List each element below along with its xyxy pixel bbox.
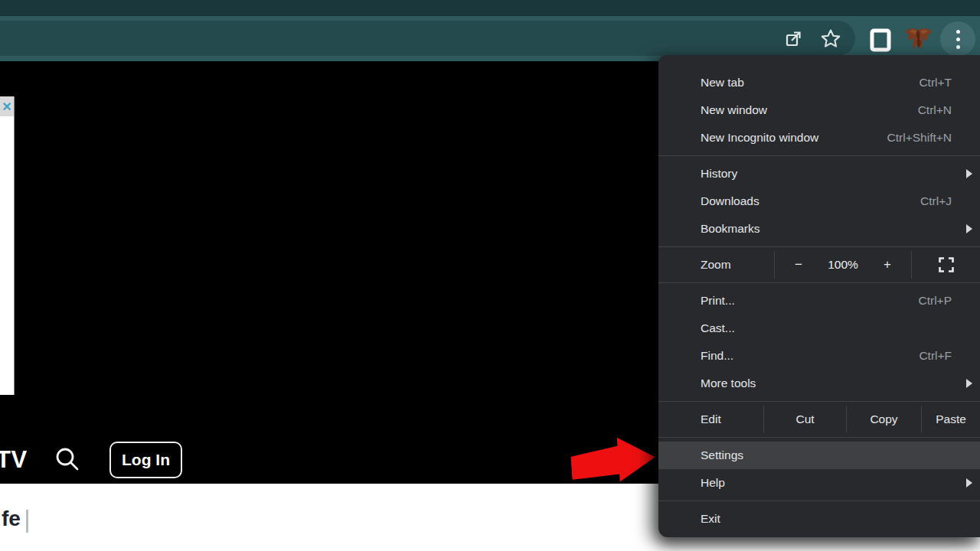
zoom-controls: − 100% + bbox=[774, 251, 912, 279]
browser-window: ✕ TV Log In fe New tab Ctrl+T New window… bbox=[0, 0, 980, 551]
menu-item-label: Print... bbox=[701, 294, 735, 308]
menu-item-new-incognito-window[interactable]: New Incognito window Ctrl+Shift+N bbox=[658, 124, 980, 152]
menu-item-shortcut: Ctrl+P bbox=[919, 294, 952, 308]
popup-panel: ✕ bbox=[0, 96, 15, 395]
menu-item-shortcut: Ctrl+T bbox=[919, 76, 952, 90]
menu-item-help[interactable]: Help bbox=[658, 469, 980, 497]
menu-item-label: Help bbox=[701, 476, 725, 490]
address-bar[interactable] bbox=[0, 21, 855, 56]
menu-separator bbox=[658, 282, 980, 283]
footer-text-fragment: fe bbox=[2, 507, 21, 531]
menu-dot bbox=[956, 45, 960, 49]
copy-button-label: Copy bbox=[870, 412, 897, 426]
menu-item-label: New tab bbox=[701, 76, 744, 90]
menu-item-bookmarks[interactable]: Bookmarks bbox=[658, 215, 980, 243]
paste-button-label: Paste bbox=[936, 412, 966, 426]
login-button[interactable]: Log In bbox=[109, 442, 182, 478]
menu-item-shortcut: Ctrl+F bbox=[919, 349, 952, 363]
login-button-label: Log In bbox=[122, 451, 170, 469]
menu-zoom-row: Zoom − 100% + bbox=[658, 251, 980, 279]
submenu-arrow-icon bbox=[966, 224, 972, 233]
profile-avatar[interactable] bbox=[903, 23, 935, 55]
menu-item-label: Cast... bbox=[701, 321, 735, 335]
zoom-level-value: 100% bbox=[828, 258, 858, 272]
menu-item-more-tools[interactable]: More tools bbox=[658, 370, 980, 397]
menu-separator bbox=[658, 246, 980, 247]
menu-item-label: Exit bbox=[701, 512, 720, 526]
paste-button[interactable]: Paste bbox=[921, 406, 980, 433]
cut-button[interactable]: Cut bbox=[763, 406, 846, 433]
menu-item-label: Settings bbox=[701, 448, 743, 462]
menu-dot bbox=[956, 37, 960, 41]
menu-dot bbox=[956, 30, 960, 34]
menu-item-label: History bbox=[701, 167, 737, 181]
menu-item-new-tab[interactable]: New tab Ctrl+T bbox=[658, 69, 980, 96]
submenu-arrow-icon bbox=[966, 478, 972, 487]
menu-item-exit[interactable]: Exit bbox=[658, 505, 980, 533]
menu-item-print[interactable]: Print... Ctrl+P bbox=[658, 287, 980, 315]
red-arrow-annotation bbox=[570, 434, 658, 491]
edit-label: Edit bbox=[701, 412, 721, 426]
three-dot-menu-icon[interactable] bbox=[940, 21, 975, 57]
side-panel-icon[interactable] bbox=[868, 27, 893, 53]
menu-item-new-window[interactable]: New window Ctrl+N bbox=[658, 96, 980, 124]
edit-label-cell: Edit bbox=[658, 406, 763, 433]
cut-button-label: Cut bbox=[795, 412, 814, 426]
popup-close-icon[interactable]: ✕ bbox=[2, 99, 11, 114]
fullscreen-button[interactable] bbox=[912, 251, 980, 279]
site-logo-tv[interactable]: TV bbox=[0, 446, 28, 474]
popup-header: ✕ bbox=[0, 96, 14, 116]
menu-item-settings[interactable]: Settings bbox=[658, 442, 980, 469]
browser-menu-dropdown: New tab Ctrl+T New window Ctrl+N New Inc… bbox=[658, 55, 980, 537]
zoom-out-button[interactable]: − bbox=[795, 257, 802, 272]
menu-item-label: Downloads bbox=[701, 194, 760, 208]
search-icon[interactable] bbox=[52, 445, 83, 475]
menu-item-history[interactable]: History bbox=[658, 160, 980, 187]
menu-item-label: More tools bbox=[701, 377, 756, 390]
submenu-arrow-icon bbox=[966, 169, 972, 178]
menu-item-label: Find... bbox=[701, 349, 733, 363]
submenu-arrow-icon bbox=[966, 379, 972, 388]
bookmark-star-icon[interactable] bbox=[818, 26, 844, 52]
copy-button[interactable]: Copy bbox=[846, 406, 921, 433]
menu-item-downloads[interactable]: Downloads Ctrl+J bbox=[658, 187, 980, 215]
menu-separator bbox=[658, 401, 980, 402]
menu-separator bbox=[658, 155, 980, 156]
footer-divider bbox=[26, 510, 28, 533]
menu-edit-row: Edit Cut Copy Paste bbox=[658, 406, 980, 433]
menu-item-shortcut: Ctrl+Shift+N bbox=[887, 131, 952, 145]
menu-item-shortcut: Ctrl+J bbox=[920, 194, 952, 208]
zoom-label: Zoom bbox=[701, 258, 731, 272]
menu-separator bbox=[658, 500, 980, 501]
zoom-label-cell: Zoom bbox=[658, 251, 774, 279]
menu-item-label: New Incognito window bbox=[701, 131, 818, 145]
menu-item-label: New window bbox=[701, 103, 767, 117]
menu-item-cast[interactable]: Cast... bbox=[658, 315, 980, 342]
menu-item-label: Bookmarks bbox=[701, 222, 760, 236]
fullscreen-icon bbox=[938, 256, 955, 273]
share-icon[interactable] bbox=[781, 25, 808, 53]
menu-item-shortcut: Ctrl+N bbox=[918, 103, 952, 117]
tab-strip bbox=[0, 0, 980, 16]
menu-item-find[interactable]: Find... Ctrl+F bbox=[658, 342, 980, 370]
menu-separator bbox=[658, 437, 980, 438]
zoom-in-button[interactable]: + bbox=[884, 257, 891, 272]
